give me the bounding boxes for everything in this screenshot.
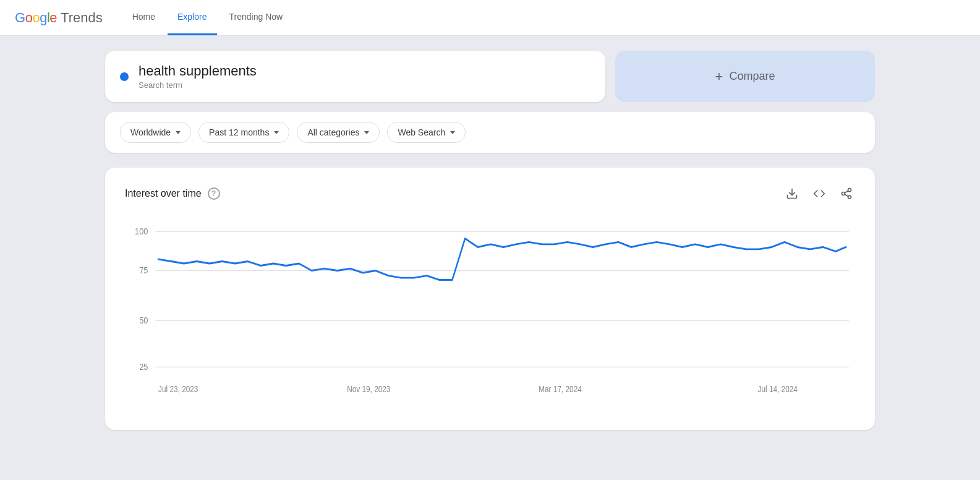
logo: Google Trends xyxy=(15,10,103,26)
trend-line xyxy=(158,239,846,280)
main-content: health supplements Search term + Compare… xyxy=(0,36,980,480)
search-term-sublabel: Search term xyxy=(138,80,257,90)
share-icon xyxy=(840,187,853,200)
svg-text:75: 75 xyxy=(139,265,148,275)
help-icon[interactable]: ? xyxy=(208,187,220,200)
search-dot-indicator xyxy=(120,72,129,81)
nav-explore[interactable]: Explore xyxy=(168,0,216,35)
nav-home[interactable]: Home xyxy=(122,0,165,35)
search-text-block: health supplements Search term xyxy=(138,63,257,90)
chevron-down-icon xyxy=(450,131,455,134)
main-nav: Home Explore Trending Now xyxy=(122,0,292,35)
google-wordmark: Google xyxy=(15,10,57,26)
svg-line-5 xyxy=(845,191,848,192)
download-button[interactable] xyxy=(783,185,801,202)
svg-text:Jul 23, 2023: Jul 23, 2023 xyxy=(158,384,198,394)
search-term-text: health supplements xyxy=(138,63,257,79)
svg-line-4 xyxy=(845,194,848,196)
filter-location[interactable]: Worldwide xyxy=(120,122,191,143)
share-button[interactable] xyxy=(838,185,855,202)
chevron-down-icon xyxy=(364,131,369,134)
svg-text:Mar 17, 2024: Mar 17, 2024 xyxy=(539,384,582,394)
chart-actions xyxy=(783,185,855,202)
filter-search-type-label: Web Search xyxy=(398,127,445,137)
svg-text:Jul 14, 2024: Jul 14, 2024 xyxy=(758,384,798,394)
filter-time[interactable]: Past 12 months xyxy=(198,122,289,143)
chevron-down-icon xyxy=(176,131,181,134)
embed-button[interactable] xyxy=(811,185,828,202)
chart-card: Interest over time ? xyxy=(105,168,875,430)
chart-header: Interest over time ? xyxy=(125,185,855,202)
compare-plus-icon: + xyxy=(715,69,723,85)
filter-search-type[interactable]: Web Search xyxy=(387,122,466,143)
interest-chart: 100 75 50 25 Jul 23, 2023 Nov 19, 2023 M… xyxy=(125,217,855,403)
chevron-down-icon xyxy=(274,131,279,134)
filter-location-label: Worldwide xyxy=(130,127,171,137)
svg-text:Nov 19, 2023: Nov 19, 2023 xyxy=(347,384,390,394)
trends-wordmark: Trends xyxy=(61,10,103,26)
embed-icon xyxy=(813,187,825,200)
chart-title-area: Interest over time ? xyxy=(125,187,220,200)
search-term-box: health supplements Search term xyxy=(105,51,605,102)
svg-text:100: 100 xyxy=(135,226,148,236)
filter-category[interactable]: All categories xyxy=(297,122,380,143)
chart-title: Interest over time xyxy=(125,188,202,199)
svg-text:50: 50 xyxy=(139,315,148,325)
svg-text:25: 25 xyxy=(139,361,148,372)
nav-trending-now[interactable]: Trending Now xyxy=(219,0,293,35)
filters-area: Worldwide Past 12 months All categories … xyxy=(105,112,875,153)
compare-label: Compare xyxy=(729,70,775,83)
filter-category-label: All categories xyxy=(307,127,359,137)
header: Google Trends Home Explore Trending Now xyxy=(0,0,980,36)
filter-time-label: Past 12 months xyxy=(209,127,269,137)
compare-button[interactable]: + Compare xyxy=(615,51,875,102)
search-area: health supplements Search term + Compare xyxy=(105,51,875,102)
download-icon xyxy=(786,187,798,200)
chart-container: 100 75 50 25 Jul 23, 2023 Nov 19, 2023 M… xyxy=(125,217,855,405)
